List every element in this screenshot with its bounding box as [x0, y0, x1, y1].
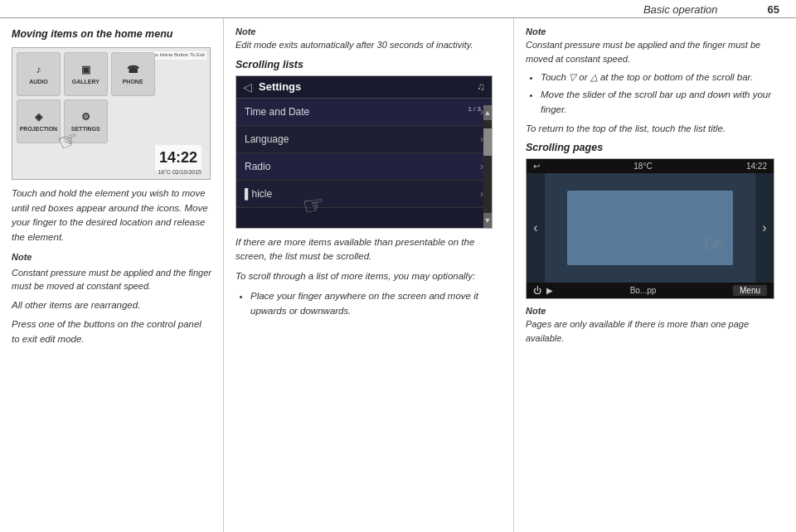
right-bullet-list: Touch ▽ or △ at the top or bottom of the… [526, 70, 784, 117]
mid-bullet-list1: Place your finger anywhere on the screen… [235, 289, 502, 319]
scroll-thumb[interactable] [483, 128, 492, 157]
settings-screen-image: ◁ Settings ♫ Time and Date › Language › [235, 75, 493, 229]
mid-column: Note Edit mode exits automatically after… [224, 18, 514, 532]
page-screen: ↩ 18°C 14:22 ‹ › ☞ ⏻ ▶ [527, 159, 774, 298]
left-note1-label: Note [12, 250, 211, 264]
track-label: Bo...pp [630, 286, 657, 295]
audio-icon: ♪ [36, 62, 41, 77]
projection-label: PROJECTION [20, 125, 58, 134]
projection-icon: ◈ [35, 109, 42, 124]
settings-top-bar: ◁ Settings ♫ [236, 76, 492, 99]
hs-time: 14:22 [155, 145, 201, 171]
right-note-top-text: Constant pressure must be applied and th… [526, 38, 784, 65]
settings-title: Settings [259, 80, 301, 93]
page-next-button[interactable]: › [755, 173, 774, 283]
list-item: Time and Date › [236, 99, 492, 126]
list-item-label: Radio [245, 161, 270, 172]
hs-cell-audio: ♪ AUDIO [17, 52, 61, 96]
hs-cell-gallery: ▣ GALLERY [64, 52, 108, 96]
list-item: Place your finger anywhere on the screen… [250, 289, 502, 319]
list-item: Radio › [236, 153, 492, 181]
hs-cell-phone: ☎ PHONE [111, 52, 155, 96]
mid-body-text1: If there are more items available than p… [235, 235, 502, 265]
top-header: Basic operation 65 [0, 0, 796, 18]
mid-section-heading: Scrolling lists [235, 59, 502, 70]
right-section-heading: Scrolling pages [526, 142, 784, 153]
settings-list: Time and Date › Language › Radio › ▌hi [236, 99, 492, 228]
page-bottom-bar: ⏻ ▶ Bo...pp Menu [527, 283, 774, 298]
right-column: Note Constant pressure must be applied a… [514, 18, 796, 532]
phone-label: PHONE [123, 78, 143, 87]
page-prev-button[interactable]: ‹ [527, 173, 545, 283]
page-controls: ⏻ ▶ [533, 286, 553, 295]
phone-icon: ☎ [127, 62, 139, 77]
right-note-top-label: Note [526, 27, 784, 36]
header-page: 65 [768, 3, 779, 16]
power-icon: ⏻ [533, 286, 541, 295]
right-note-label: Note [526, 306, 784, 316]
mid-body-text2: To scroll through a list of more items, … [235, 269, 502, 284]
settings-screen: ◁ Settings ♫ Time and Date › Language › [236, 76, 492, 228]
list-item-label: Language [245, 133, 289, 145]
page-screen-top-bar: ↩ 18°C 14:22 [527, 159, 774, 173]
list-item-label: ▌hicle [245, 188, 272, 200]
page-screen-content: ‹ › ☞ [527, 173, 774, 283]
page-container: Basic operation 65 Moving items on the h… [0, 0, 796, 532]
hs-grid: ♪ AUDIO ▣ GALLERY ☎ PHONE ◈ [17, 52, 155, 144]
left-body-text1: Touch and hold the element you wish to m… [12, 186, 211, 245]
left-section-heading: Moving items on the home menu [12, 27, 211, 42]
right-body-text1: To return to the top of the list, touch … [526, 122, 784, 137]
right-note-text: Pages are only available if there is mor… [526, 317, 784, 345]
hs-date: 18°C 02/10/2015 [158, 168, 201, 177]
gallery-icon: ▣ [81, 62, 90, 77]
scroll-up-button[interactable]: ▲ [483, 105, 492, 120]
mid-note-top-label: Note [235, 27, 502, 36]
left-body-text2: All other items are rearranged. [12, 298, 211, 313]
list-item: Move the slider of the scroll bar up and… [541, 88, 784, 118]
play-icon: ▶ [546, 286, 553, 295]
home-screen-image: Edit Mode: Press Home Button To Exit ♪ A… [12, 47, 211, 180]
gallery-label: GALLERY [72, 78, 100, 87]
list-item-label: Time and Date [245, 106, 309, 118]
scroll-track [483, 120, 492, 213]
back-icon: ◁ [243, 80, 252, 94]
time-display: 14:22 [746, 162, 767, 171]
left-note1-text: Constant pressure must be applied and th… [12, 266, 211, 293]
header-title: Basic operation [643, 3, 718, 16]
mid-note-top-text: Edit mode exits automatically after 30 s… [235, 38, 502, 52]
list-item: Touch ▽ or △ at the top or bottom of the… [541, 70, 784, 85]
page-indicator: 1 / 3 [468, 105, 481, 113]
back-icon: ↩ [533, 162, 540, 171]
audio-label: AUDIO [29, 78, 48, 87]
menu-button[interactable]: Menu [733, 285, 767, 296]
list-item: Language › [236, 126, 492, 153]
temp-display: 18°C [633, 162, 652, 171]
settings-icon: ⚙ [81, 109, 90, 124]
scrollbar[interactable]: ▲ ▼ [483, 105, 492, 228]
music-icon: ♫ [477, 80, 485, 93]
hs-cell-projection: ◈ PROJECTION [17, 99, 61, 143]
scroll-down-button[interactable]: ▼ [483, 213, 492, 228]
hs-inner: Edit Mode: Press Home Button To Exit ♪ A… [12, 48, 210, 179]
list-item: ▌hicle › [236, 181, 492, 208]
page-scroll-image: ↩ 18°C 14:22 ‹ › ☞ ⏻ ▶ [526, 158, 774, 299]
content-area: Moving items on the home menu Edit Mode:… [0, 18, 796, 532]
left-column: Moving items on the home menu Edit Mode:… [0, 18, 224, 532]
mid-note-top: Note Edit mode exits automatically after… [235, 27, 502, 52]
left-body-text3: Press one of the buttons on the control … [12, 317, 211, 347]
